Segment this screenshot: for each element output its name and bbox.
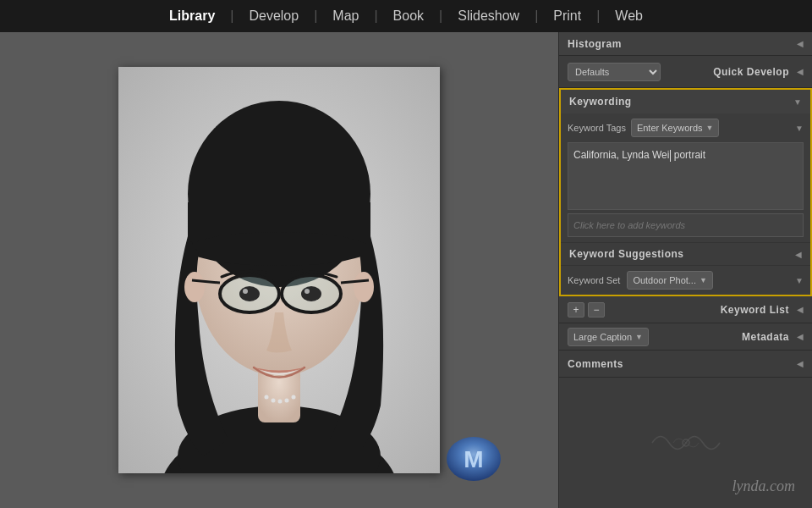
right-panel: Histogram ◀ Defaults Quick Develop ◀ Key…	[558, 32, 812, 508]
enter-keywords-dropdown-icon: ▼	[706, 124, 714, 132]
svg-point-4	[265, 395, 269, 400]
nav-print[interactable]: Print	[538, 0, 596, 32]
large-caption-button[interactable]: Large Caption ▼	[568, 328, 649, 346]
svg-point-5	[272, 399, 276, 403]
enter-keywords-label: Enter Keywords	[637, 123, 703, 133]
quick-develop-section: Defaults Quick Develop ◀	[559, 56, 812, 88]
svg-point-12	[188, 232, 370, 266]
left-panel: M	[0, 32, 558, 508]
portrait-image	[118, 67, 440, 473]
photo-container	[118, 67, 440, 473]
metadata-section: Large Caption ▼ Metadata ◀	[559, 323, 812, 351]
keyword-set-arrow-icon: ▼	[795, 276, 804, 285]
keyword-tags-row: Keyword Tags Enter Keywords ▼ ▼	[561, 113, 810, 142]
quick-develop-arrow-icon: ◀	[797, 67, 804, 76]
add-keywords-area[interactable]: Click here to add keywords	[568, 213, 804, 237]
keywords-textarea[interactable]: California, Lynda Wei portrait	[568, 142, 804, 210]
keywording-section: Keywording ▼ Keyword Tags Enter Keywords…	[559, 88, 812, 296]
svg-point-13	[184, 272, 205, 302]
comments-label: Comments	[568, 358, 623, 370]
comments-arrow-icon: ◀	[797, 359, 804, 368]
large-caption-label: Large Caption	[573, 332, 632, 342]
keywords-text-content: California, Lynda Wei portrait	[573, 149, 705, 161]
keyword-list-label: Keyword List	[721, 304, 789, 316]
nav-web[interactable]: Web	[600, 0, 658, 32]
nav-book[interactable]: Book	[378, 0, 439, 32]
histogram-arrow-icon: ◀	[797, 39, 804, 48]
keyword-suggestions-label: Keyword Suggestions	[569, 248, 684, 260]
keyword-list-arrow-icon: ◀	[797, 305, 804, 314]
svg-point-22	[239, 286, 260, 301]
nav-map[interactable]: Map	[317, 0, 374, 32]
nav-slideshow[interactable]: Slideshow	[442, 0, 535, 32]
metadata-arrow-icon: ◀	[797, 332, 804, 341]
keyword-suggestions-row[interactable]: Keyword Suggestions ◀	[561, 242, 810, 265]
outdoor-phot-button[interactable]: Outdoor Phot... ▼	[627, 271, 713, 290]
svg-point-23	[301, 286, 321, 301]
nav-library[interactable]: Library	[154, 0, 230, 32]
keywording-arrow-icon: ▼	[793, 97, 802, 107]
histogram-section[interactable]: Histogram ◀	[559, 32, 812, 56]
add-keyword-button[interactable]: +	[568, 302, 584, 318]
defaults-select[interactable]: Defaults	[568, 63, 661, 81]
enter-keywords-button[interactable]: Enter Keywords ▼	[631, 119, 720, 137]
keywording-header[interactable]: Keywording ▼	[561, 90, 810, 113]
keyword-list-controls: + −	[568, 302, 605, 318]
main-layout: M Histogram ◀ Defaults Quick Develop ◀	[0, 32, 812, 508]
keyword-set-label: Keyword Set	[568, 275, 620, 285]
histogram-label: Histogram	[568, 38, 622, 50]
keyword-set-row: Keyword Set Outdoor Phot... ▼ ▼	[561, 265, 810, 295]
svg-point-7	[285, 399, 289, 403]
outdoor-phot-label: Outdoor Phot...	[633, 275, 696, 285]
keyword-suggestions-arrow-icon: ◀	[795, 250, 802, 259]
outdoor-phot-dropdown-icon: ▼	[700, 276, 707, 284]
comments-section[interactable]: Comments ◀	[559, 351, 812, 378]
large-caption-dropdown-icon: ▼	[635, 333, 643, 341]
svg-point-24	[243, 289, 248, 294]
svg-point-6	[278, 400, 283, 404]
quick-develop-label: Quick Develop	[713, 66, 789, 78]
svg-point-25	[304, 289, 310, 294]
nav-develop[interactable]: Develop	[233, 0, 314, 32]
add-keywords-placeholder: Click here to add keywords	[573, 220, 685, 230]
svg-point-14	[354, 272, 374, 302]
svg-point-8	[292, 395, 296, 400]
lynda-logo: M	[440, 432, 508, 483]
keyword-list-section: + − Keyword List ◀	[559, 296, 812, 323]
top-navigation: Library | Develop | Map | Book | Slidesh…	[0, 0, 812, 32]
svg-text:M: M	[464, 446, 483, 472]
keyword-tags-arrow-icon: ▼	[795, 124, 804, 133]
keywording-label: Keywording	[569, 96, 632, 108]
lynda-watermark: lynda.com	[732, 478, 795, 495]
keyword-tags-label: Keyword Tags	[568, 123, 626, 133]
metadata-label: Metadata	[742, 331, 789, 343]
remove-keyword-button[interactable]: −	[588, 302, 605, 318]
